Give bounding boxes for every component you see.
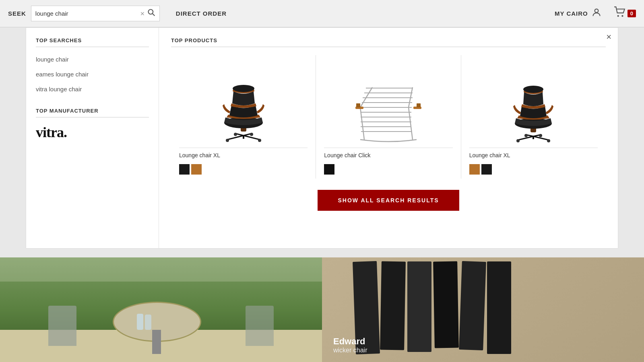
product-image-1 xyxy=(179,59,308,148)
product-swatches-3 xyxy=(469,164,598,175)
header-right: MY CAIRO 0 xyxy=(555,6,636,21)
svg-point-4 xyxy=(621,15,623,17)
product-name-1: Lounge chair XL xyxy=(179,152,308,158)
product-image-2 xyxy=(324,59,452,148)
bg-right-section[interactable]: Edward wicker chair xyxy=(322,257,644,362)
products-area: TOP PRODUCTS xyxy=(159,28,618,248)
product-card-1[interactable]: Lounge chair XL xyxy=(171,55,316,179)
swatch-black-2[interactable] xyxy=(324,164,334,175)
svg-point-13 xyxy=(250,133,253,136)
manufacturer-section: TOP MANUFACTURER vitra. xyxy=(36,108,149,141)
svg-rect-33 xyxy=(356,103,360,107)
search-input[interactable] xyxy=(35,10,140,17)
bg-left-section[interactable] xyxy=(0,257,322,362)
bg-right-text: Edward wicker chair xyxy=(333,336,367,354)
suggestion-eames-lounge-chair[interactable]: eames lounge chair xyxy=(36,67,149,82)
clear-icon[interactable]: ✕ xyxy=(140,10,145,17)
bg-right-subtitle: wicker chair xyxy=(333,347,367,354)
product-name-3: Lounge chair XL xyxy=(469,152,598,158)
swatch-black-3[interactable] xyxy=(481,164,492,175)
svg-point-12 xyxy=(234,133,237,136)
svg-point-46 xyxy=(523,86,543,93)
search-dropdown: × TOP SEARCHES lounge chair eames lounge… xyxy=(26,27,618,249)
background-section: Edward wicker chair xyxy=(0,257,644,362)
my-cairo-label: MY CAIRO xyxy=(555,10,588,17)
top-products-title: TOP PRODUCTS xyxy=(171,37,606,47)
product-swatches-1 xyxy=(179,164,308,175)
show-all-container: SHOW ALL SEARCH RESULTS xyxy=(171,179,606,217)
product-divider-3 xyxy=(469,148,598,148)
svg-line-5 xyxy=(227,136,244,140)
product-card-3[interactable]: Lounge chair XL xyxy=(461,55,606,179)
svg-point-43 xyxy=(539,134,542,137)
swatch-brown-3[interactable] xyxy=(469,164,480,175)
svg-point-42 xyxy=(524,134,528,137)
close-panel-button[interactable]: × xyxy=(606,33,611,41)
svg-point-10 xyxy=(226,139,229,142)
my-cairo-link[interactable]: MY CAIRO xyxy=(555,7,602,20)
svg-point-0 xyxy=(148,10,153,14)
left-sidebar: TOP SEARCHES lounge chair eames lounge c… xyxy=(26,28,159,248)
cart-link[interactable]: 0 xyxy=(614,6,636,21)
svg-line-1 xyxy=(153,14,155,16)
product-name-2: Lounge chair Click xyxy=(324,152,452,158)
svg-point-40 xyxy=(516,139,520,142)
vitra-manufacturer-link[interactable]: vitra. xyxy=(36,124,149,141)
top-manufacturer-title: TOP MANUFACTURER xyxy=(36,108,149,117)
product-divider-1 xyxy=(179,148,308,148)
svg-point-16 xyxy=(233,85,254,92)
svg-rect-34 xyxy=(417,103,421,107)
suggestion-vitra-lounge-chair[interactable]: vitra lounge chair xyxy=(36,82,149,97)
svg-point-41 xyxy=(547,139,550,142)
product-card-2[interactable]: Lounge chair Click xyxy=(316,55,461,179)
show-all-button[interactable]: SHOW ALL SEARCH RESULTS xyxy=(318,190,459,211)
search-bar[interactable]: ✕ xyxy=(31,6,160,21)
bg-right-title: Edward xyxy=(333,336,367,347)
svg-point-11 xyxy=(258,139,261,142)
cart-badge: 0 xyxy=(627,10,636,17)
svg-line-6 xyxy=(244,136,260,140)
user-icon xyxy=(591,7,602,20)
cart-icon xyxy=(614,6,626,21)
search-icon[interactable] xyxy=(147,8,155,19)
swatch-brown-1[interactable] xyxy=(191,164,202,175)
product-divider-2 xyxy=(324,148,452,148)
swatch-black-1[interactable] xyxy=(179,164,190,175)
seek-label: SEEK xyxy=(8,10,26,17)
header: SEEK ✕ DIRECT ORDER MY CAIRO xyxy=(0,0,644,27)
suggestion-lounge-chair[interactable]: lounge chair xyxy=(36,52,149,67)
products-grid: Lounge chair XL xyxy=(171,55,606,179)
direct-order-link[interactable]: DIRECT ORDER xyxy=(176,10,227,17)
product-image-3 xyxy=(469,59,598,148)
svg-point-2 xyxy=(594,9,598,12)
svg-point-3 xyxy=(617,15,619,17)
top-searches-title: TOP SEARCHES xyxy=(36,37,149,47)
product-swatches-2 xyxy=(324,164,452,175)
